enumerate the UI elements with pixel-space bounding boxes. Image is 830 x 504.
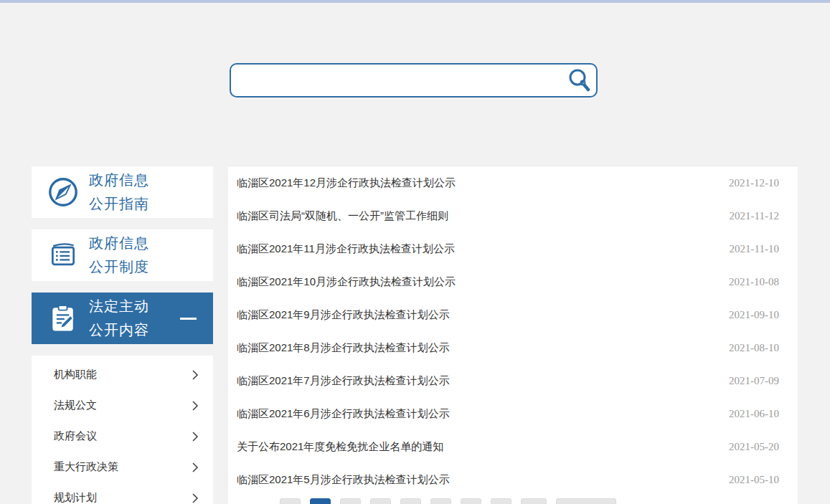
article-date: 2021-05-10 bbox=[729, 474, 779, 486]
article-list-panel: 临淄区2021年12月涉企行政执法检查计划公示 2021-12-10 临淄区司法… bbox=[228, 166, 798, 504]
collapse-minus-icon bbox=[180, 318, 197, 320]
chevron-right-icon bbox=[192, 493, 199, 504]
article-list: 临淄区2021年12月涉企行政执法检查计划公示 2021-12-10 临淄区司法… bbox=[228, 166, 798, 496]
article-row: 临淄区2021年12月涉企行政执法检查计划公示 2021-12-10 bbox=[228, 166, 798, 199]
pagination-button[interactable] bbox=[310, 498, 331, 504]
article-row: 关于公布2021年度免检免扰企业名单的通知 2021-05-20 bbox=[228, 430, 798, 463]
article-date: 2021-06-10 bbox=[729, 408, 779, 420]
chevron-right-icon bbox=[192, 369, 199, 381]
sidebar: 政府信息 公开指南 政府信息 公开制度 bbox=[32, 166, 213, 504]
pagination-button[interactable] bbox=[461, 498, 481, 504]
article-date: 2021-10-08 bbox=[729, 276, 779, 288]
submenu-item-label: 政府会议 bbox=[54, 429, 97, 443]
article-title-link[interactable]: 临淄区2021年6月涉企行政执法检查计划公示 bbox=[237, 407, 450, 421]
article-title-link[interactable]: 临淄区2021年9月涉企行政执法检查计划公示 bbox=[237, 308, 450, 322]
chevron-right-icon bbox=[192, 400, 199, 412]
list-document-icon bbox=[47, 239, 80, 272]
article-title-link[interactable]: 临淄区司法局“双随机、一公开”监管工作细则 bbox=[237, 209, 448, 223]
article-date: 2021-11-12 bbox=[730, 210, 779, 222]
article-date: 2021-11-10 bbox=[730, 243, 779, 255]
sidebar-submenu-item[interactable]: 重大行政决策 bbox=[32, 452, 213, 482]
pagination-button[interactable] bbox=[521, 498, 547, 504]
pagination-button[interactable] bbox=[370, 498, 391, 504]
sidebar-submenu: 机构职能 法规公文 政府会议 bbox=[32, 356, 213, 504]
article-title-link[interactable]: 临淄区2021年8月涉企行政执法检查计划公示 bbox=[237, 341, 450, 355]
article-title-link[interactable]: 临淄区2021年5月涉企行政执法检查计划公示 bbox=[237, 473, 450, 487]
sidebar-item-statutory-disclosure[interactable]: 法定主动 公开内容 bbox=[32, 293, 213, 344]
sidebar-item-label: 法定主动 公开内容 bbox=[89, 295, 149, 342]
article-title-link[interactable]: 临淄区2021年10月涉企行政执法检查计划公示 bbox=[237, 275, 456, 289]
article-row: 临淄区2021年7月涉企行政执法检查计划公示 2021-07-09 bbox=[228, 364, 798, 397]
article-date: 2021-08-10 bbox=[729, 342, 779, 354]
article-date: 2021-07-09 bbox=[729, 375, 779, 387]
sidebar-submenu-item[interactable]: 机构职能 bbox=[32, 359, 213, 390]
submenu-item-label: 法规公文 bbox=[54, 399, 97, 412]
article-title-link[interactable]: 临淄区2021年11月涉企行政执法检查计划公示 bbox=[237, 242, 455, 256]
clipboard-pencil-icon bbox=[47, 302, 80, 335]
compass-icon bbox=[47, 176, 80, 209]
search-button[interactable] bbox=[563, 65, 596, 96]
article-date: 2021-09-10 bbox=[729, 309, 779, 321]
magnifier-icon bbox=[567, 67, 593, 93]
sidebar-item-label: 政府信息 公开制度 bbox=[89, 232, 149, 279]
article-row: 临淄区2021年8月涉企行政执法检查计划公示 2021-08-10 bbox=[228, 331, 798, 364]
article-row: 临淄区2021年11月涉企行政执法检查计划公示 2021-11-10 bbox=[228, 232, 798, 265]
sidebar-item-label: 政府信息 公开指南 bbox=[89, 168, 149, 216]
article-row: 临淄区2021年5月涉企行政执法检查计划公示 2021-05-10 bbox=[228, 463, 798, 496]
pagination-button[interactable] bbox=[491, 498, 511, 504]
chevron-right-icon bbox=[192, 431, 199, 442]
article-title-link[interactable]: 临淄区2021年12月涉企行政执法检查计划公示 bbox=[237, 176, 456, 190]
submenu-item-label: 机构职能 bbox=[54, 368, 97, 381]
search-box bbox=[230, 63, 598, 98]
sidebar-submenu-item[interactable]: 法规公文 bbox=[32, 390, 213, 421]
article-row: 临淄区2021年6月涉企行政执法检查计划公示 2021-06-10 bbox=[228, 397, 798, 430]
article-row: 临淄区2021年10月涉企行政执法检查计划公示 2021-10-08 bbox=[228, 265, 798, 298]
article-date: 2021-12-10 bbox=[729, 177, 779, 189]
pagination-button[interactable] bbox=[340, 498, 361, 504]
article-date: 2021-05-20 bbox=[729, 441, 779, 453]
article-row: 临淄区2021年9月涉企行政执法检查计划公示 2021-09-10 bbox=[228, 298, 798, 331]
top-accent-bar bbox=[0, 0, 830, 3]
sidebar-submenu-item[interactable]: 政府会议 bbox=[32, 421, 213, 452]
pagination-button[interactable] bbox=[430, 498, 451, 504]
article-title-link[interactable]: 关于公布2021年度免检免扰企业名单的通知 bbox=[237, 440, 443, 454]
article-title-link[interactable]: 临淄区2021年7月涉企行政执法检查计划公示 bbox=[237, 374, 450, 388]
pagination-button[interactable] bbox=[400, 498, 421, 504]
submenu-item-label: 重大行政决策 bbox=[54, 460, 118, 474]
sidebar-submenu-item[interactable]: 规划计划 bbox=[32, 482, 213, 504]
sidebar-item-gov-info-guide[interactable]: 政府信息 公开指南 bbox=[32, 166, 213, 218]
search-input[interactable] bbox=[231, 65, 563, 96]
pagination-button[interactable] bbox=[280, 498, 301, 504]
article-row: 临淄区司法局“双随机、一公开”监管工作细则 2021-11-12 bbox=[228, 199, 798, 232]
pagination bbox=[280, 498, 798, 504]
submenu-item-label: 规划计划 bbox=[54, 491, 97, 504]
chevron-right-icon bbox=[192, 462, 199, 473]
sidebar-item-gov-info-system[interactable]: 政府信息 公开制度 bbox=[32, 229, 213, 281]
pagination-button[interactable] bbox=[556, 498, 616, 504]
